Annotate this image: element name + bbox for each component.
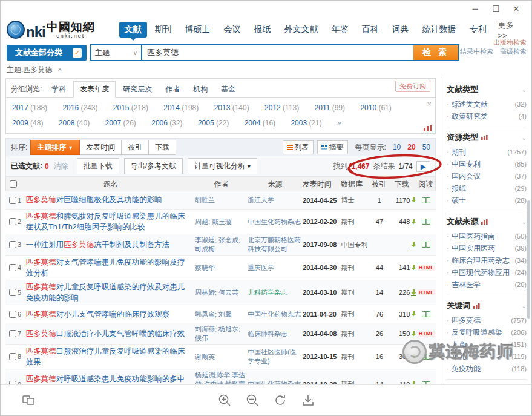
html-read-badge[interactable]: HTML: [418, 331, 435, 337]
cited-count-link[interactable]: 47: [371, 218, 388, 225]
group-tab[interactable]: 作者: [159, 82, 186, 97]
source-link[interactable]: 临床肺科杂志: [248, 329, 303, 338]
per-page-option[interactable]: 50: [422, 143, 430, 151]
toolbar-button[interactable]: 导出/参考文献: [124, 158, 183, 174]
nav-tab[interactable]: 百科: [356, 22, 384, 38]
nav-tab[interactable]: 词典: [387, 22, 415, 38]
nav-tab[interactable]: 外文文献: [279, 22, 324, 38]
nav-tab[interactable]: 报纸: [249, 22, 277, 38]
read-book-icon[interactable]: [422, 354, 430, 360]
category-dropdown-button[interactable]: 文献全部分类 ✓: [7, 45, 87, 61]
minimize-button[interactable]: ─: [465, 4, 485, 13]
filter-link[interactable]: 儿童: [452, 338, 511, 351]
zoom-out-icon[interactable]: [246, 394, 259, 407]
chevron-down-icon[interactable]: ⌄: [522, 87, 527, 93]
maximize-button[interactable]: ☐: [485, 4, 506, 13]
html-read-badge[interactable]: HTML: [418, 265, 435, 271]
bar-chart-icon[interactable]: [424, 125, 432, 131]
authors-link[interactable]: 刘海燕; 杨旭东; 候伟: [195, 325, 248, 343]
row-checkbox[interactable]: [9, 311, 16, 318]
year-filter-link[interactable]: 2003 (21): [291, 119, 321, 127]
advanced-search-link[interactable]: 高级检索: [500, 48, 527, 55]
nav-tab[interactable]: 专利: [464, 22, 492, 38]
read-book-icon[interactable]: [422, 242, 430, 248]
close-button[interactable]: ✕: [506, 4, 527, 13]
year-filter-link[interactable]: 2015 (218): [113, 104, 148, 112]
source-link[interactable]: 儿科药学杂志: [248, 288, 303, 297]
zoom-in-icon[interactable]: [218, 394, 231, 407]
search-field-select[interactable]: 主题 ∨: [91, 45, 142, 60]
publication-search-link[interactable]: 出版物检索: [455, 38, 527, 47]
cited-count-link[interactable]: 44: [371, 264, 388, 271]
year-filter-link[interactable]: 2011 (99): [315, 104, 346, 112]
result-title-link[interactable]: 匹多莫德对支气管哮喘患儿免疫功能的影响及疗效分析: [26, 257, 195, 279]
search-input[interactable]: [142, 45, 413, 60]
read-book-icon[interactable]: [422, 311, 430, 317]
next-page-button[interactable]: ▶: [416, 161, 430, 172]
year-filter-link[interactable]: 2007 (26): [105, 119, 136, 127]
filter-link[interactable]: 期刊: [452, 146, 507, 158]
filter-link[interactable]: 免疫功能: [452, 363, 511, 375]
nav-tab[interactable]: 统计数据: [417, 22, 462, 38]
nav-tab[interactable]: 期刊: [149, 22, 177, 38]
filter-link[interactable]: 反复呼吸道感染: [452, 326, 511, 338]
group-tab[interactable]: 基金: [215, 82, 241, 97]
group-tab[interactable]: 机构: [187, 82, 214, 97]
row-checkbox[interactable]: [9, 197, 16, 204]
read-book-icon[interactable]: [422, 219, 430, 225]
year-filter-link[interactable]: 2014 (198): [163, 104, 199, 112]
source-link[interactable]: 浙江大学: [248, 196, 303, 205]
filter-link[interactable]: 吉林医学: [452, 279, 514, 291]
group-tab[interactable]: 发表年度: [73, 81, 116, 98]
source-link[interactable]: 重庆医学: [248, 263, 303, 272]
per-page-option[interactable]: 20: [407, 143, 415, 151]
filter-link[interactable]: 硕士: [452, 194, 514, 206]
year-filter-link[interactable]: 2006 (32): [151, 119, 182, 127]
result-title-link[interactable]: 匹多莫德和脾氨肽对反复呼吸道感染患儿的临床症状及Th1/Th2细胞因子影响的比较: [26, 211, 195, 233]
authors-link[interactable]: 胡胜兰: [195, 196, 248, 205]
per-page-option[interactable]: 10: [393, 143, 401, 151]
rotate-icon[interactable]: [274, 394, 287, 407]
filter-link[interactable]: 中国医药指南: [452, 230, 514, 242]
result-title-link[interactable]: 一种注射用匹多莫德冻干制剂及其制备方法: [26, 239, 195, 250]
sort-option[interactable]: 主题排序▼: [30, 140, 80, 155]
group-tab[interactable]: 学科: [45, 82, 72, 97]
filter-link[interactable]: 国内会议: [452, 170, 514, 182]
filter-link[interactable]: 综述类文献: [452, 98, 514, 110]
cited-count-link[interactable]: 76: [371, 311, 388, 318]
chevron-down-icon[interactable]: ⌄: [522, 134, 527, 141]
list-view-toggle[interactable]: 列表: [283, 140, 314, 154]
year-filter-link[interactable]: 2009 (48): [12, 119, 43, 127]
result-title-link[interactable]: 匹多莫德对儿童反复呼吸道感染的疗效及对患儿免疫功能的影响: [26, 282, 195, 303]
download-icon[interactable]: [411, 242, 416, 248]
filter-link[interactable]: 中国专利: [452, 158, 514, 170]
year-filter-link[interactable]: 2008 (40): [59, 119, 90, 127]
year-filter-link[interactable]: 2004 (16): [245, 119, 275, 127]
nav-tab[interactable]: 年鉴: [326, 22, 354, 38]
authors-link[interactable]: 李淑廷; 张念成; 司成梅: [195, 236, 248, 254]
year-filter-link[interactable]: 2013 (140): [214, 104, 249, 112]
free-subscribe-button[interactable]: 免费订阅: [395, 81, 430, 92]
more-years-link[interactable]: »: [337, 119, 341, 127]
row-checkbox[interactable]: [9, 353, 16, 360]
year-filter-link[interactable]: 2012 (113): [264, 104, 299, 112]
filter-link[interactable]: 临床合理用药杂志: [452, 254, 514, 266]
bar-chart-icon[interactable]: [473, 303, 480, 309]
tag-close-icon[interactable]: ×: [56, 65, 64, 74]
bar-chart-icon[interactable]: [481, 135, 488, 140]
search-in-results-link[interactable]: 结果中检索: [460, 48, 493, 55]
year-filter-link[interactable]: 2005 (22): [198, 119, 229, 127]
result-title-link[interactable]: 匹多莫德口服液治疗儿童反复呼吸道感染的临床效果: [26, 346, 195, 368]
source-link[interactable]: 中国生化药物杂志: [248, 217, 303, 226]
select-all-checkbox[interactable]: [10, 180, 17, 188]
html-read-badge[interactable]: HTML: [418, 289, 435, 295]
sort-option[interactable]: 发表时间: [79, 140, 122, 155]
filter-link[interactable]: 匹多莫德: [452, 314, 511, 326]
download-icon[interactable]: [411, 197, 416, 203]
cited-count-link[interactable]: 14: [371, 289, 388, 296]
clear-selection-link[interactable]: 清除: [54, 161, 68, 171]
nav-tab[interactable]: 文献: [119, 22, 147, 38]
cited-count-link[interactable]: 1: [371, 197, 388, 204]
nav-tab[interactable]: 博硕士: [180, 22, 216, 38]
chevron-down-icon[interactable]: ⌄: [522, 219, 527, 225]
